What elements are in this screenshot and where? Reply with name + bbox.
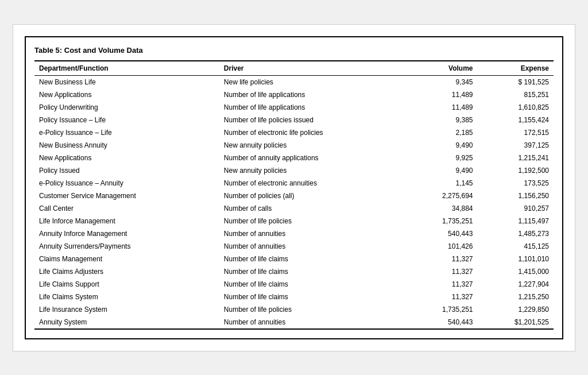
table-row: Annuity Inforce ManagementNumber of annu…: [34, 227, 554, 240]
cell-expense: 1,155,424: [477, 114, 554, 126]
cell-dept: New Business Life: [34, 75, 219, 88]
cell-volume: 11,327: [408, 278, 478, 291]
cell-driver: Number of annuities: [219, 227, 408, 240]
cell-driver: Number of life policies issued: [219, 114, 408, 126]
cell-expense: $ 191,525: [477, 75, 554, 88]
cell-driver: Number of policies (all): [219, 190, 408, 202]
cell-driver: Number of life claims: [219, 278, 408, 291]
table-row: New Business LifeNew life policies9,345$…: [34, 75, 554, 88]
cell-driver: Number of annuities: [219, 316, 408, 329]
cell-dept: Annuity Surrenders/Payments: [34, 240, 219, 253]
cell-dept: Policy Issuance – Life: [34, 114, 219, 126]
cell-dept: Call Center: [34, 202, 219, 215]
table-row: e-Policy Issuance – LifeNumber of electr…: [34, 126, 554, 139]
cell-driver: Number of annuity applications: [219, 152, 408, 164]
table-row: Life Claims SystemNumber of life claims1…: [34, 291, 554, 303]
table-row: Annuity SystemNumber of annuities540,443…: [34, 316, 554, 329]
cell-expense: 1,192,500: [477, 164, 554, 177]
cell-driver: Number of life claims: [219, 265, 408, 278]
cell-expense: 1,229,850: [477, 303, 554, 316]
cell-dept: Annuity System: [34, 316, 219, 329]
cell-dept: Life Insurance System: [34, 303, 219, 316]
cell-volume: 540,443: [408, 227, 478, 240]
cell-dept: New Applications: [34, 152, 219, 164]
cell-volume: 1,735,251: [408, 215, 478, 227]
cell-dept: e-Policy Issuance – Annuity: [34, 177, 219, 190]
cell-volume: 11,489: [408, 88, 478, 101]
cell-driver: New annuity policies: [219, 164, 408, 177]
cell-dept: Annuity Inforce Management: [34, 227, 219, 240]
table-row: e-Policy Issuance – AnnuityNumber of ele…: [34, 177, 554, 190]
cell-volume: 11,327: [408, 265, 478, 278]
cell-dept: Life Inforce Management: [34, 215, 219, 227]
cell-dept: Customer Service Management: [34, 190, 219, 202]
table-row: Life Insurance SystemNumber of life poli…: [34, 303, 554, 316]
table-title: Table 5: Cost and Volume Data: [34, 46, 554, 55]
table-row: Policy UnderwritingNumber of life applic…: [34, 101, 554, 114]
cell-volume: 2,185: [408, 126, 478, 139]
cell-dept: e-Policy Issuance – Life: [34, 126, 219, 139]
cell-expense: 1,415,000: [477, 265, 554, 278]
cell-volume: 9,490: [408, 139, 478, 152]
table-row: Policy IssuedNew annuity policies9,4901,…: [34, 164, 554, 177]
cell-driver: Number of life claims: [219, 291, 408, 303]
cell-expense: 173,525: [477, 177, 554, 190]
cell-driver: Number of life policies: [219, 303, 408, 316]
cell-driver: Number of life applications: [219, 88, 408, 101]
cell-volume: 11,327: [408, 291, 478, 303]
cell-driver: Number of electronic life policies: [219, 126, 408, 139]
cell-expense: 910,257: [477, 202, 554, 215]
cell-driver: Number of annuities: [219, 240, 408, 253]
cell-volume: 9,490: [408, 164, 478, 177]
cell-volume: 540,443: [408, 316, 478, 329]
cell-dept: New Business Annuity: [34, 139, 219, 152]
cell-expense: 415,125: [477, 240, 554, 253]
cell-dept: Life Claims System: [34, 291, 219, 303]
cell-driver: Number of life applications: [219, 101, 408, 114]
table-row: Claims ManagementNumber of life claims11…: [34, 253, 554, 265]
cell-driver: New life policies: [219, 75, 408, 88]
cell-expense: 1,227,904: [477, 278, 554, 291]
col-header-dept: Department/Function: [34, 61, 219, 76]
table-row: Policy Issuance – LifeNumber of life pol…: [34, 114, 554, 126]
cell-expense: 397,125: [477, 139, 554, 152]
cell-driver: Number of calls: [219, 202, 408, 215]
table-row: New ApplicationsNumber of annuity applic…: [34, 152, 554, 164]
cell-expense: 815,251: [477, 88, 554, 101]
table-row: New Business AnnuityNew annuity policies…: [34, 139, 554, 152]
cell-dept: New Applications: [34, 88, 219, 101]
cell-volume: 11,327: [408, 253, 478, 265]
cell-expense: 1,215,241: [477, 152, 554, 164]
cell-expense: 1,115,497: [477, 215, 554, 227]
cost-volume-table: Department/Function Driver Volume Expens…: [34, 60, 554, 330]
cell-dept: Life Claims Adjusters: [34, 265, 219, 278]
cell-driver: Number of life claims: [219, 253, 408, 265]
cell-volume: 1,145: [408, 177, 478, 190]
cell-volume: 1,735,251: [408, 303, 478, 316]
cell-expense: $1,201,525: [477, 316, 554, 329]
cell-volume: 9,385: [408, 114, 478, 126]
cell-expense: 1,610,825: [477, 101, 554, 114]
cell-dept: Policy Issued: [34, 164, 219, 177]
table-row: Call CenterNumber of calls34,884910,257: [34, 202, 554, 215]
cell-driver: Number of electronic annuities: [219, 177, 408, 190]
table-row: Life Inforce ManagementNumber of life po…: [34, 215, 554, 227]
cell-volume: 9,925: [408, 152, 478, 164]
cell-volume: 34,884: [408, 202, 478, 215]
col-header-volume: Volume: [408, 61, 478, 76]
cell-expense: 1,215,250: [477, 291, 554, 303]
cell-dept: Life Claims Support: [34, 278, 219, 291]
cell-expense: 172,515: [477, 126, 554, 139]
cell-dept: Claims Management: [34, 253, 219, 265]
cell-volume: 101,426: [408, 240, 478, 253]
cell-expense: 1,485,273: [477, 227, 554, 240]
page-wrapper: Table 5: Cost and Volume Data Department…: [13, 24, 575, 351]
cell-volume: 11,489: [408, 101, 478, 114]
table-row: Customer Service ManagementNumber of pol…: [34, 190, 554, 202]
table-header-row: Department/Function Driver Volume Expens…: [34, 61, 554, 76]
cell-volume: 9,345: [408, 75, 478, 88]
table-container: Table 5: Cost and Volume Data Department…: [25, 36, 563, 339]
cell-expense: 1,156,250: [477, 190, 554, 202]
cell-volume: 2,275,694: [408, 190, 478, 202]
col-header-driver: Driver: [219, 61, 408, 76]
